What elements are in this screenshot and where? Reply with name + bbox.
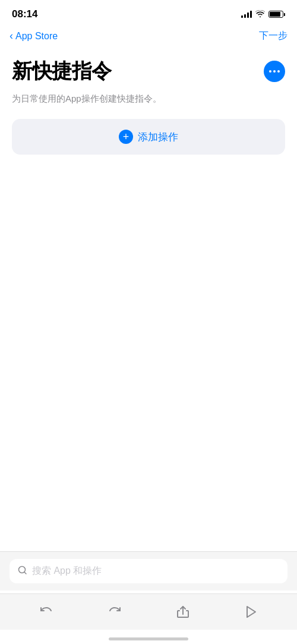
add-action-label: 添加操作 <box>138 130 178 144</box>
bottom-toolbar <box>0 593 297 630</box>
plus-icon: + <box>119 130 133 144</box>
main-content: 新快捷指令 为日常使用的App操作创建快捷指令。 + 添加操作 <box>0 48 297 473</box>
undo-button[interactable] <box>33 599 59 625</box>
status-time: 08:14 <box>12 8 37 20</box>
back-arrow-icon: ‹ <box>10 30 13 42</box>
more-button[interactable] <box>264 61 285 82</box>
wifi-icon <box>255 10 265 19</box>
search-placeholder: 搜索 App 和操作 <box>32 565 102 577</box>
back-label: App Store <box>15 31 58 42</box>
back-button[interactable]: ‹ App Store <box>10 30 58 42</box>
page-title: 新快捷指令 <box>12 58 112 85</box>
home-indicator <box>109 637 188 640</box>
add-action-button[interactable]: + 添加操作 <box>12 119 285 155</box>
more-dots-icon <box>269 70 280 73</box>
svg-marker-1 <box>247 607 255 617</box>
redo-button[interactable] <box>102 599 128 625</box>
page-title-row: 新快捷指令 <box>12 58 285 85</box>
battery-icon <box>268 11 285 18</box>
share-button[interactable] <box>170 599 196 625</box>
status-icons <box>241 10 285 19</box>
empty-area <box>12 167 285 464</box>
page-subtitle: 为日常使用的App操作创建快捷指令。 <box>12 92 285 105</box>
status-bar: 08:14 <box>0 0 297 26</box>
play-button[interactable] <box>238 599 264 625</box>
next-button[interactable]: 下一步 <box>259 30 287 42</box>
nav-bar: ‹ App Store 下一步 <box>0 26 297 48</box>
signal-icon <box>241 11 252 18</box>
bottom-search-area: 搜索 App 和操作 <box>0 551 297 590</box>
search-icon <box>18 566 27 577</box>
search-bar[interactable]: 搜索 App 和操作 <box>10 559 287 583</box>
